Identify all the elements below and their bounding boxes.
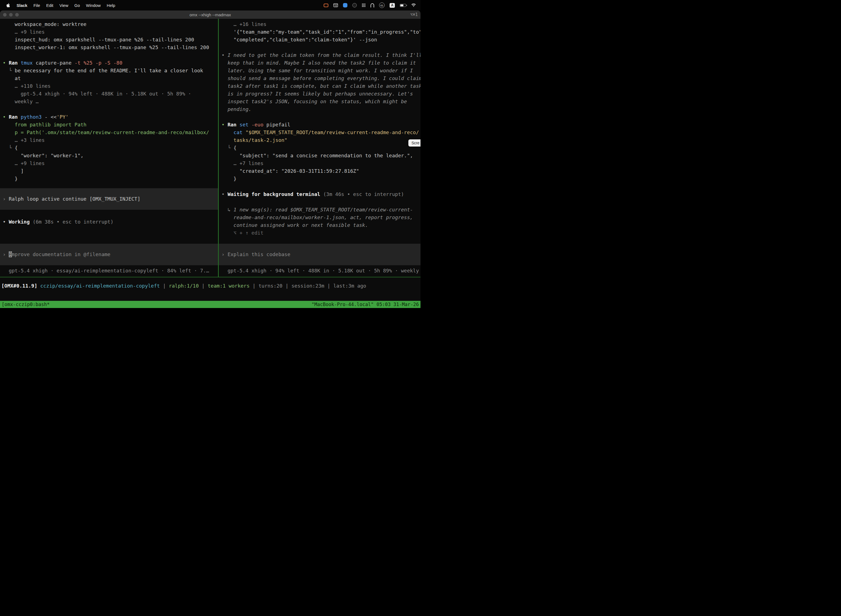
working-status: • Working (6m 38s • esc to interrupt)	[0, 218, 218, 226]
terminal-line	[0, 51, 218, 59]
terminal-line	[219, 113, 420, 121]
terminal-line: from pathlib import Path	[0, 121, 218, 129]
terminal-line	[219, 198, 420, 206]
apps-grid-icon[interactable]	[362, 3, 366, 7]
mailbox-notice: ↳ 1 new msg(s): read $OMX_TEAM_STATE_ROO…	[219, 206, 420, 214]
terminal-line: … +7 lines	[219, 160, 420, 167]
terminal-line: ]	[0, 167, 218, 175]
terminal-line: inspect_hud: omx sparkshell --tmux-pane …	[0, 36, 218, 44]
terminal-line: should send a message before completing …	[219, 75, 420, 82]
command-entry: • Ran python3 - <<'PY'	[0, 113, 218, 121]
screen-recording-indicator[interactable]	[324, 4, 328, 7]
terminal-line: cat "$OMX_TEAM_STATE_ROOT/team/review-cu…	[219, 129, 420, 136]
tmux-session-label[interactable]: [omx-cczip0:bash*	[1, 302, 50, 307]
terminal-line: keep that in mind. Maybe I also need the…	[219, 59, 420, 67]
terminal-line: weekly …	[0, 98, 218, 106]
terminal-line: at	[0, 75, 218, 82]
omx-session-status: [OMX#0.11.9] cczip/essay/ai-reimplementa…	[0, 282, 420, 290]
terminal-line: continue assigned work or next feasible …	[219, 221, 420, 229]
terminal-line: … +9 lines	[0, 160, 218, 167]
hover-tooltip: Scre	[408, 139, 420, 147]
battery-fill	[400, 4, 403, 6]
terminal-line: "created_at": "2026-03-31T11:59:27.816Z"	[219, 167, 420, 175]
command-entry: • Ran set -euo pipefail	[219, 121, 420, 129]
window-shortcut-hint: ⌥⌘1	[410, 12, 418, 17]
terminal-line: gpt-5.4 xhigh · 94% left · 488K in · 5.1…	[0, 90, 218, 98]
close-button[interactable]	[3, 13, 7, 16]
terminal-line: └ {	[219, 144, 420, 152]
omx-status-pane[interactable]: [OMX#0.11.9] cczip/essay/ai-reimplementa…	[0, 277, 420, 301]
menu-bar: Slack File Edit View Go Window Help 61 A	[0, 0, 420, 10]
edit-hint: ⌥ + ↑ edit	[219, 229, 420, 237]
minimize-button[interactable]	[9, 13, 13, 16]
terminal-line: "worker": "worker-1",	[0, 152, 218, 160]
thinking-text: • I need to get the claim token from the…	[219, 51, 420, 59]
composer-input[interactable]: › Improve documentation in @filename	[0, 244, 218, 265]
window-title: omx --xhigh --madmax	[0, 12, 420, 17]
terminal-line	[0, 106, 218, 113]
terminal-line: … +110 lines	[0, 82, 218, 90]
menu-item-file[interactable]: File	[30, 3, 43, 8]
tmux-status-bar: [omx-cczip0:bash* "MacBook-Pro-44.local"…	[0, 301, 420, 308]
terminal-line: "subject": "send a concise recommendatio…	[219, 152, 420, 160]
menu-item-window[interactable]: Window	[83, 3, 104, 8]
terminal-line	[219, 44, 420, 51]
terminal-line: workspace_mode: worktree	[0, 21, 218, 28]
terminal-line: "completed","claim_token":"claim-token"}…	[219, 36, 420, 44]
terminal-line	[219, 183, 420, 191]
terminal-line: … +3 lines	[0, 136, 218, 144]
terminal-line: inspect_worker-1: omx sparkshell --tmux-…	[0, 44, 218, 51]
window-title-bar[interactable]: omx --xhigh --madmax ⌥⌘1	[0, 10, 420, 19]
menu-item-edit[interactable]: Edit	[43, 3, 56, 8]
battery-percent-badge[interactable]: 61	[379, 3, 385, 8]
tmux-panes: workspace_mode: worktree … +9 lines insp…	[0, 19, 420, 277]
model-status-line: gpt-5.4 xhigh · 94% left · 488K in · 5.1…	[219, 267, 420, 274]
app-icon-blue[interactable]	[343, 3, 347, 7]
terminal-line: … +16 lines	[219, 21, 420, 28]
waiting-status: • Waiting for background terminal (3m 46…	[219, 191, 420, 198]
input-source-icon[interactable]: A	[390, 3, 395, 8]
terminal-window: omx --xhigh --madmax ⌥⌘1 workspace_mode:…	[0, 10, 420, 308]
table-grid-icon[interactable]	[333, 3, 338, 7]
terminal-line: readme-and-reco/mailbox/worker-1.json, a…	[219, 214, 420, 221]
terminal-line: inspect task2's JSON, focusing on the st…	[219, 98, 420, 106]
tmux-host-clock: "MacBook-Pro-44.local" 05:03 31-Mar-26	[312, 302, 419, 307]
zoom-button[interactable]	[15, 13, 19, 16]
composer-input[interactable]: › Explain this codebase	[219, 244, 420, 265]
terminal-line: └ {	[0, 144, 218, 152]
left-terminal-pane[interactable]: workspace_mode: worktree … +9 lines insp…	[0, 19, 218, 277]
command-entry: • Ran tmux capture-pane -t %25 -p -S -80	[0, 59, 218, 67]
model-status-line: gpt-5.4 xhigh · essay/ai-reimplementatio…	[0, 267, 218, 274]
apple-menu-icon[interactable]	[3, 3, 13, 8]
terminal-line: … +9 lines	[0, 28, 218, 36]
terminal-line: is in progress? It seems likely but perh…	[219, 90, 420, 98]
terminal-line: '{"team_name":"my-team","task_id":"1","f…	[219, 28, 420, 36]
terminal-line: pending.	[219, 106, 420, 113]
terminal-line: task2 after task1 is complete, but can I…	[219, 82, 420, 90]
terminal-line: p = Path('.omx/state/team/review-current…	[0, 129, 218, 136]
ghost-icon[interactable]	[371, 3, 374, 7]
terminal-line: }	[219, 175, 420, 183]
menu-item-view[interactable]: View	[56, 3, 71, 8]
active-app-name[interactable]: Slack	[13, 3, 30, 8]
terminal-line: }	[0, 175, 218, 183]
menu-bar-status-icons: 61 A	[324, 3, 417, 8]
wifi-icon[interactable]	[411, 4, 416, 7]
app-icon-dark[interactable]	[352, 3, 357, 7]
terminal-line: └ be necessary for the end of the README…	[0, 67, 218, 75]
injected-prompt[interactable]: › Ralph loop active continue [OMX_TMUX_I…	[0, 188, 218, 210]
menu-item-go[interactable]: Go	[71, 3, 83, 8]
terminal-line: tasks/task-2.json"	[219, 136, 420, 144]
right-terminal-pane[interactable]: … +16 lines '{"team_name":"my-team","tas…	[219, 19, 420, 277]
terminal-line: later. Using the same for transition mig…	[219, 67, 420, 75]
battery-icon[interactable]	[400, 4, 406, 7]
menu-item-help[interactable]: Help	[104, 3, 119, 8]
